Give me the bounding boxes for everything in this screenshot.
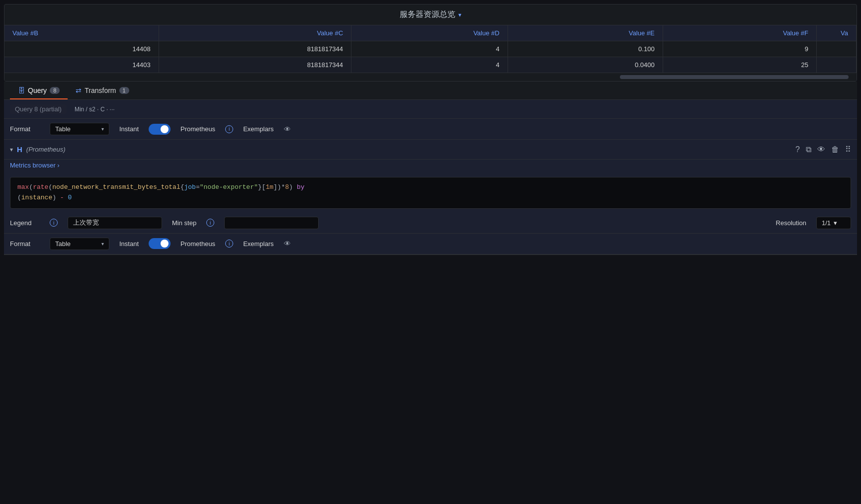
chevron-down-icon-1: ▾ (101, 126, 104, 132)
copy-icon[interactable]: ⧉ (806, 145, 811, 154)
table-select-2[interactable]: Table ▾ (50, 238, 109, 250)
cell-r1-f: 9 (663, 41, 816, 57)
transform-icon: ⇄ (76, 86, 82, 94)
table-row: 14408 8181817344 4 0.100 9 (4, 41, 857, 57)
horizontal-scrollbar[interactable] (4, 73, 857, 81)
col-header-value-va: Va (817, 25, 857, 41)
instant-label-1: Instant (119, 125, 139, 133)
database-icon: 🗄 (18, 86, 25, 94)
query-h-actions: ? ⧉ 👁 🗑 ⠿ (795, 145, 851, 154)
tab-transform-label: Transform (85, 86, 116, 94)
metrics-browser-link[interactable]: Metrics browser (4, 160, 66, 173)
query-panels: Query 8 (partial) Min / s2 · C · ··· For… (4, 100, 857, 255)
delete-icon[interactable]: 🗑 (831, 145, 839, 154)
cell-r1-b: 14408 (4, 41, 159, 57)
info-icon-1[interactable]: i (225, 125, 233, 133)
minstep-input[interactable] (224, 217, 319, 229)
dashboard-title: 服务器资源总览 (400, 9, 455, 20)
table-row: 14403 8181817344 4 0.0400 25 (4, 57, 857, 73)
tab-query[interactable]: 🗄 Query 8 (10, 82, 68, 99)
table-select-label-2: Table (55, 240, 71, 248)
toggle-knob-2 (161, 240, 169, 248)
table-select-1[interactable]: Table ▾ (50, 123, 109, 135)
chevron-down-icon-2: ▾ (101, 241, 104, 247)
cell-r1-va (817, 41, 857, 57)
truncated-hint: Min / s2 · C · ··· (75, 106, 115, 113)
legend-row: Legend i Min step i Resolution 1/1 ▾ (4, 213, 857, 234)
query-h-datasource: (Prometheus) (26, 146, 66, 153)
minstep-label: Min step (172, 219, 196, 227)
drag-handle-icon[interactable]: ⠿ (845, 145, 851, 154)
prometheus-label-2: Prometheus (180, 240, 215, 248)
cell-r2-c: 8181817344 (159, 57, 351, 73)
scrollbar-track (12, 75, 849, 79)
legend-info-icon[interactable]: i (50, 219, 58, 227)
cell-r1-e: 0.100 (508, 41, 663, 57)
query-8-label: Query 8 (partial) (10, 104, 67, 114)
help-icon[interactable]: ? (795, 145, 800, 154)
query-h-section: ▾ H (Prometheus) ? ⧉ 👁 🗑 ⠿ Metrics brows… (4, 140, 857, 255)
cell-r1-d: 4 (351, 41, 508, 57)
col-header-value-e: Value #E (508, 25, 663, 41)
exemplars-label-2: Exemplars (243, 240, 273, 248)
resolution-label: Resolution (776, 219, 806, 227)
minstep-info-icon[interactable]: i (206, 219, 214, 227)
tab-query-badge: 8 (50, 87, 60, 94)
instant-label-2: Instant (119, 240, 139, 248)
col-header-value-c: Value #C (159, 25, 351, 41)
col-header-value-f: Value #F (663, 25, 816, 41)
col-header-value-b: Value #B (4, 25, 159, 41)
cell-r2-va (817, 57, 857, 73)
collapse-icon[interactable]: ▾ (10, 146, 13, 153)
format-row-1: Format Table ▾ Instant Prometheus i Exem… (4, 119, 857, 140)
resolution-value: 1/1 (822, 219, 831, 227)
eye-icon-1[interactable]: 👁 (284, 125, 291, 133)
eye-icon-2[interactable]: 👁 (284, 240, 291, 248)
query-h-header: ▾ H (Prometheus) ? ⧉ 👁 🗑 ⠿ (4, 140, 857, 160)
legend-label: Legend (10, 219, 40, 227)
query-h-editor[interactable]: max(rate(node_network_transmit_bytes_tot… (10, 177, 851, 209)
cell-r2-e: 0.0400 (508, 57, 663, 73)
data-table: Value #B Value #C Value #D Value #E Valu… (4, 25, 857, 73)
cell-r1-c: 8181817344 (159, 41, 351, 57)
query-g-truncated-row: Query 8 (partial) Min / s2 · C · ··· (4, 100, 857, 119)
col-header-value-d: Value #D (351, 25, 508, 41)
format-label-2: Format (10, 240, 40, 248)
instant-toggle-1[interactable] (149, 124, 171, 135)
chevron-down-icon-res: ▾ (834, 219, 837, 227)
dashboard-title-bar: 服务器资源总览 ▾ (4, 4, 857, 25)
top-data-panel: 服务器资源总览 ▾ Value #B Value #C Value #D Val… (4, 4, 857, 82)
scrollbar-thumb[interactable] (620, 75, 849, 79)
format-label-1: Format (10, 125, 40, 133)
legend-input[interactable] (68, 217, 162, 229)
cell-r2-f: 25 (663, 57, 816, 73)
visibility-icon[interactable]: 👁 (817, 145, 825, 154)
tab-transform-badge: 1 (119, 87, 129, 94)
table-select-label-1: Table (55, 125, 71, 133)
query-letter-h: H (17, 145, 22, 154)
format-row-2: Format Table ▾ Instant Prometheus i Exem… (4, 234, 857, 254)
cell-r2-d: 4 (351, 57, 508, 73)
resolution-select[interactable]: 1/1 ▾ (816, 217, 851, 229)
tab-query-label: Query (28, 86, 47, 94)
tab-transform[interactable]: ⇄ Transform 1 (68, 82, 137, 99)
toggle-knob-1 (161, 125, 169, 133)
cell-r2-b: 14403 (4, 57, 159, 73)
instant-toggle-2[interactable] (149, 238, 171, 249)
exemplars-label-1: Exemplars (243, 125, 273, 133)
info-icon-2[interactable]: i (225, 240, 233, 248)
dashboard-chevron-icon[interactable]: ▾ (458, 11, 461, 18)
query-tabs-bar: 🗄 Query 8 ⇄ Transform 1 (4, 82, 857, 100)
prometheus-label-1: Prometheus (180, 125, 215, 133)
